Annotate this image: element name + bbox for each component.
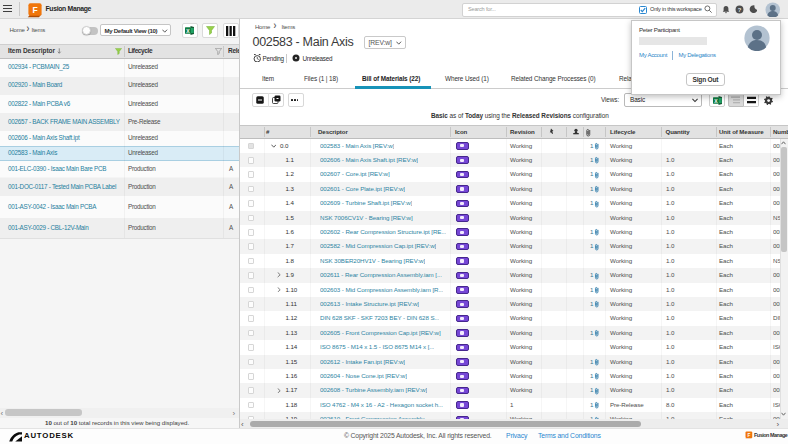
svg-text:?: ? <box>737 6 741 12</box>
svg-text:F: F <box>32 4 37 14</box>
svg-text:F: F <box>747 432 750 437</box>
